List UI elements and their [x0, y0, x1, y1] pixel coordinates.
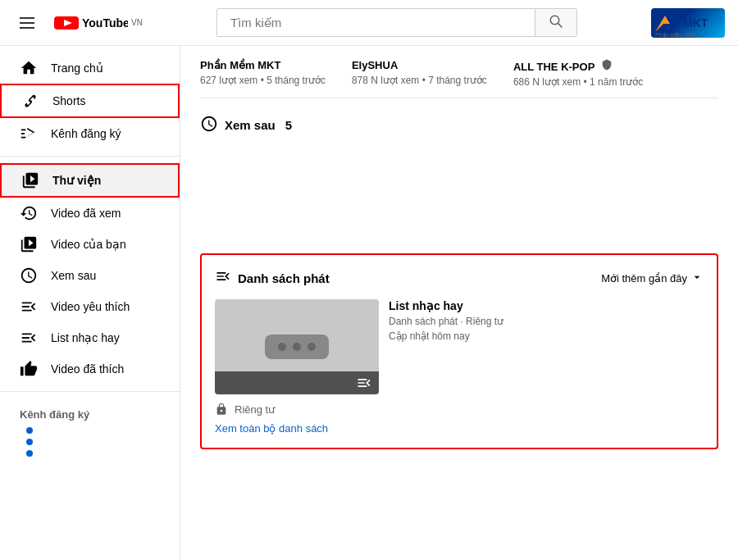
mkt-brand-icon: MKT Phần mềm MKT — [654, 9, 723, 37]
playlist-queue-bar — [215, 371, 379, 394]
sort-button[interactable]: Mới thêm gần đây — [601, 271, 704, 286]
clock-icon — [200, 115, 218, 135]
channel-meta-1: 878 N lượt xem • 7 tháng trước — [352, 75, 487, 86]
sidebar-label-trang-chu: Trang chủ — [51, 61, 103, 75]
sidebar-item-list-nhac-hay[interactable]: List nhạc hay — [0, 322, 180, 353]
lock-icon — [215, 403, 228, 416]
shorts-icon — [21, 92, 39, 110]
playlist-section-header: Danh sách phát Mới thêm gần đây — [215, 268, 704, 288]
verified-icon — [601, 59, 613, 73]
sidebar-item-shorts[interactable]: Shorts — [0, 84, 180, 118]
sidebar-label-video-da-thich: Video đã thích — [51, 362, 124, 376]
liked-videos-icon — [20, 360, 38, 378]
playlist-update: Cập nhật hôm nay — [389, 330, 503, 342]
header: YouTube VN MKT Phần mềm — [0, 0, 738, 46]
playlist-card[interactable]: List nhạc hay Danh sách phát · Riêng tư … — [215, 299, 704, 394]
sidebar-item-video-yeu-thich[interactable]: Video yêu thích — [0, 291, 180, 322]
search-bar — [143, 8, 651, 37]
sidebar-item-video-da-xem[interactable]: Video đã xem — [0, 198, 180, 229]
xem-sau-header: Xem sau 5 — [200, 115, 718, 135]
channel-meta-2: 686 N lượt xem • 1 năm trước — [513, 76, 643, 88]
sidebar-label-xem-sau: Xem sau — [51, 269, 96, 282]
video-grid-spacer — [200, 148, 718, 247]
channel-info-0[interactable]: Phần Mềm MKT 627 lượt xem • 5 tháng trướ… — [200, 59, 326, 88]
search-icon — [549, 14, 563, 29]
sidebar-item-kenh-dang-ky[interactable]: Kênh đăng ký — [0, 118, 180, 149]
channel-info-2[interactable]: ALL THE K-POP 686 N lượt xem • 1 năm trư… — [513, 59, 643, 88]
playlist-thumbnail — [215, 299, 379, 394]
playlist-section-title: Danh sách phát — [238, 271, 594, 285]
svg-text:Phần mềm MKT: Phần mềm MKT — [655, 32, 698, 37]
library-icon — [21, 171, 39, 189]
kenh-dot-1 — [26, 427, 33, 434]
sidebar-label-kenh-dang-ky: Kênh đăng ký — [51, 127, 121, 140]
sidebar-label-thu-vien: Thư viện — [52, 174, 101, 187]
search-input[interactable] — [217, 9, 535, 36]
svg-text:MKT: MKT — [683, 16, 708, 30]
svg-line-4 — [558, 24, 563, 28]
hamburger-button[interactable] — [13, 11, 41, 35]
kenh-dot-2 — [26, 439, 33, 445]
sidebar-item-xem-sau[interactable]: Xem sau — [0, 260, 180, 291]
playlist-section-icon — [215, 268, 231, 288]
search-button[interactable] — [535, 9, 576, 36]
rieng-tu-row: Riêng tư — [215, 403, 704, 416]
layout: Trang chủ Shorts Kênh đăng ký Thư viện — [0, 46, 738, 560]
playlist-details: List nhạc hay Danh sách phát · Riêng tư … — [389, 299, 503, 394]
svg-text:YouTube: YouTube — [82, 16, 128, 30]
history-icon — [20, 204, 38, 222]
header-left: YouTube VN — [13, 11, 143, 35]
channel-row: Phần Mềm MKT 627 lượt xem • 5 tháng trướ… — [200, 59, 718, 98]
channel-name-0: Phần Mềm MKT — [200, 59, 326, 71]
main-content: Phần Mềm MKT 627 lượt xem • 5 tháng trướ… — [180, 46, 738, 560]
channel-name-2: ALL THE K-POP — [513, 59, 643, 73]
xem-sau-count: 5 — [285, 118, 292, 132]
youtube-logo-icon: YouTube — [54, 15, 128, 31]
sidebar-item-thu-vien[interactable]: Thư viện — [0, 163, 180, 198]
playlist-name: List nhạc hay — [389, 299, 503, 312]
chevron-down-icon — [690, 271, 704, 286]
channel-meta-0: 627 lượt xem • 5 tháng trước — [200, 75, 326, 86]
watch-later-icon — [20, 266, 38, 285]
xem-toan-bo-link[interactable]: Xem toàn bộ danh sách — [215, 422, 704, 435]
sort-label: Mới thêm gần đây — [601, 272, 687, 285]
vn-badge: VN — [131, 18, 143, 27]
sidebar-item-video-da-thich[interactable]: Video đã thích — [0, 353, 180, 385]
kenh-dang-ky-section-title: Kênh đăng ký — [0, 398, 180, 424]
kenh-dot-3 — [26, 450, 33, 457]
xem-sau-label: Xem sau — [225, 118, 276, 132]
my-videos-icon — [20, 235, 38, 253]
svg-marker-5 — [655, 16, 670, 32]
rieng-tu-label: Riêng tư — [235, 403, 275, 416]
channel-info-1[interactable]: ElySHUA 878 N lượt xem • 7 tháng trước — [352, 59, 487, 88]
liked-playlist-icon — [20, 298, 38, 316]
sidebar-divider-1 — [0, 156, 180, 157]
sidebar-item-trang-chu[interactable]: Trang chủ — [0, 52, 180, 84]
svg-point-3 — [550, 16, 559, 25]
playlist-icon — [20, 329, 38, 347]
sidebar-item-video-cua-ban[interactable]: Video của bạn — [0, 229, 180, 260]
sidebar: Trang chủ Shorts Kênh đăng ký Thư viện — [0, 46, 180, 560]
sidebar-label-list-nhac-hay: List nhạc hay — [51, 331, 120, 344]
sidebar-divider-2 — [0, 391, 180, 392]
channel-name-1: ElySHUA — [352, 59, 487, 71]
header-right: MKT Phần mềm MKT — [651, 8, 725, 38]
sidebar-label-video-da-xem: Video đã xem — [51, 207, 121, 220]
subscribe-icon — [20, 125, 38, 143]
sidebar-label-shorts: Shorts — [52, 94, 85, 107]
sidebar-label-video-cua-ban: Video của bạn — [51, 238, 126, 251]
logo[interactable]: YouTube VN — [54, 15, 143, 31]
sidebar-label-video-yeu-thich: Video yêu thích — [51, 300, 130, 313]
playlist-section: Danh sách phát Mới thêm gần đây — [200, 253, 718, 449]
queue-icon — [356, 375, 372, 391]
home-icon — [20, 59, 38, 77]
search-input-wrap — [216, 8, 577, 37]
playlist-sub: Danh sách phát · Riêng tư — [389, 316, 503, 327]
mkt-logo: MKT Phần mềm MKT — [651, 8, 725, 38]
